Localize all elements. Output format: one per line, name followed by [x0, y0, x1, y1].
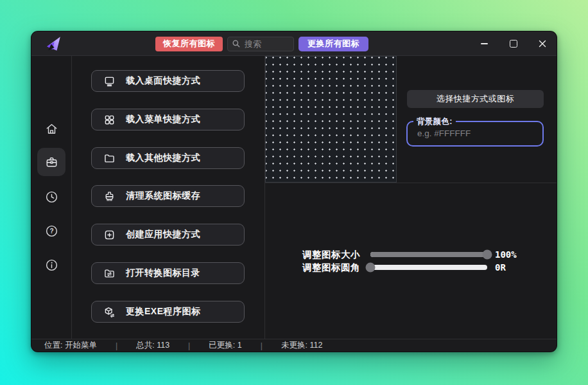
action-label: 载入菜单快捷方式: [126, 114, 200, 125]
action-label: 载入桌面快捷方式: [126, 75, 200, 87]
background-color-field: 背景颜色:: [406, 121, 544, 147]
select-shortcut-or-icon-button[interactable]: 选择快捷方式或图标: [407, 90, 544, 108]
divider: [265, 183, 557, 183]
action-label: 创建应用快捷方式: [126, 229, 200, 240]
action-load-desktop-shortcuts[interactable]: 载入桌面快捷方式: [91, 70, 245, 92]
icon-radius-slider-row: 调整图标圆角 0R: [302, 262, 506, 273]
status-replaced: 已更换: 1: [209, 340, 241, 351]
status-not-replaced: 未更换: 112: [281, 340, 322, 351]
svg-text:?: ?: [49, 228, 53, 235]
action-open-converted-dir[interactable]: 打开转换图标目录: [91, 262, 245, 284]
status-total: 总共: 113: [136, 340, 169, 351]
sidebar-item-history[interactable]: [37, 183, 65, 211]
sidebar-item-help[interactable]: ?: [37, 217, 65, 245]
action-label: 更换EXE程序图标: [126, 306, 201, 318]
app-window: 恢复所有图标 更换所有图标: [31, 31, 557, 352]
help-icon: ?: [44, 224, 59, 238]
status-separator: |: [261, 341, 263, 350]
minimize-button[interactable]: [470, 31, 499, 56]
action-load-other-shortcuts[interactable]: 载入其他快捷方式: [91, 147, 245, 169]
folder-icon: [103, 152, 116, 165]
folder-transfer-icon: [103, 267, 116, 280]
close-icon: [539, 40, 546, 48]
status-separator: |: [188, 341, 190, 350]
slider-thumb[interactable]: [366, 263, 376, 273]
replace-all-icons-button[interactable]: 更换所有图标: [298, 37, 368, 51]
search-input[interactable]: [243, 39, 290, 49]
icon-radius-label: 调整图标圆角: [302, 262, 367, 274]
icon-size-label: 调整图标大小: [302, 249, 367, 261]
action-label: 打开转换图标目录: [126, 267, 200, 279]
slider-thumb[interactable]: [483, 250, 492, 260]
sidebar-item-about[interactable]: [37, 251, 65, 279]
action-label: 清理系统图标缓存: [126, 190, 200, 202]
slider-fill: [370, 252, 487, 257]
monitor-icon: [103, 75, 116, 88]
action-label: 载入其他快捷方式: [126, 152, 200, 164]
icon-size-value: 100%: [495, 249, 517, 260]
action-clear-icon-cache[interactable]: 清理系统图标缓存: [91, 185, 245, 207]
icon-preview-canvas: [265, 56, 397, 183]
close-button[interactable]: [528, 31, 557, 56]
brush-icon: [103, 190, 116, 203]
action-change-exe-icon[interactable]: 更换EXE程序图标: [91, 301, 245, 323]
icon-size-slider-row: 调整图标大小 100%: [302, 249, 517, 260]
briefcase-icon: [44, 155, 59, 170]
statusbar: 位置: 开始菜单 | 总共: 113 | 已更换: 1 | 未更换: 112: [31, 339, 557, 352]
maximize-button[interactable]: [499, 31, 528, 56]
status-location: 位置: 开始菜单: [44, 340, 97, 351]
grid-icon: [103, 113, 116, 127]
minimize-icon: [481, 43, 488, 44]
actions-panel: 载入桌面快捷方式 载入菜单快捷方式 载入其他快捷方式 清理系统图标缓存: [73, 56, 264, 340]
cube-swap-icon: [103, 305, 116, 319]
action-create-app-shortcut[interactable]: 创建应用快捷方式: [91, 224, 245, 246]
restore-all-icons-button[interactable]: 恢复所有图标: [155, 37, 223, 51]
status-separator: |: [116, 341, 117, 350]
app-logo-icon: [45, 35, 62, 52]
sidebar-item-toolbox[interactable]: [37, 148, 65, 176]
search-box[interactable]: [227, 37, 294, 51]
maximize-icon: [510, 40, 517, 48]
titlebar: 恢复所有图标 更换所有图标: [31, 31, 557, 56]
info-icon: [44, 258, 59, 273]
window-controls: [470, 31, 557, 56]
sidebar-item-home[interactable]: [37, 114, 65, 143]
action-load-menu-shortcuts[interactable]: 载入菜单快捷方式: [91, 109, 245, 130]
icon-radius-value: 0R: [495, 262, 506, 273]
home-icon: [44, 121, 59, 136]
clock-icon: [44, 190, 59, 204]
background-color-label: 背景颜色:: [413, 116, 456, 127]
background-color-input[interactable]: [416, 128, 537, 139]
icon-radius-slider[interactable]: [370, 265, 487, 270]
plus-square-icon: [103, 228, 116, 242]
icon-size-slider[interactable]: [370, 252, 487, 257]
sidebar: ?: [31, 56, 72, 340]
search-icon: [232, 39, 241, 48]
